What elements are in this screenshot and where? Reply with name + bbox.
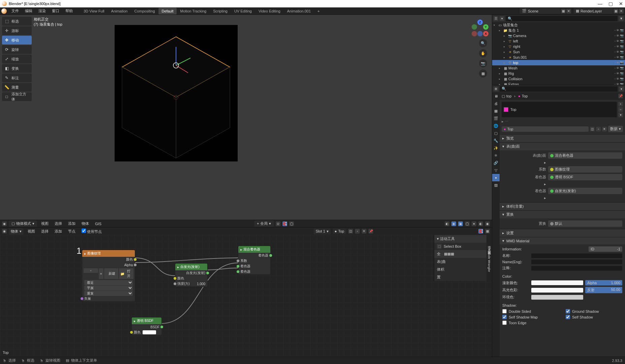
restrict-select-icon[interactable]: ▫ — [615, 29, 616, 32]
outliner-type-icon[interactable]: ☰ — [494, 16, 498, 21]
img-open-button[interactable]: 📁打开 — [119, 268, 133, 279]
tab-anim001[interactable]: Animation.001 — [284, 8, 314, 14]
mmd-nameeng-field[interactable] — [531, 260, 622, 264]
persp-button[interactable]: ▦ — [479, 69, 487, 78]
visibility-icon[interactable]: 👁 — [616, 39, 619, 43]
menu-window[interactable]: 窗口 — [49, 7, 62, 14]
slot-remove-button[interactable]: − — [618, 107, 623, 112]
visibility-icon[interactable]: 👁 — [616, 83, 619, 85]
visibility-icon[interactable]: 👁 — [616, 72, 619, 75]
tree-item-Sun.001[interactable]: ▸☀Sun.001▫👁📷 — [492, 55, 625, 60]
ext-select[interactable]: 重复 — [84, 291, 133, 296]
check-self-shadow-map[interactable]: Self Shadow Map — [502, 314, 559, 320]
shader2-field[interactable]: 自发光(发射) — [548, 188, 622, 194]
tab-3dview[interactable]: 3D View Full — [80, 8, 108, 14]
axis-nz-icon[interactable] — [477, 31, 483, 36]
tab-uv[interactable]: UV Editing — [231, 8, 255, 14]
tool-移动[interactable]: ✥移动 — [2, 36, 32, 44]
menu-help[interactable]: 帮助 — [63, 7, 76, 14]
pan-button[interactable]: ✋ — [479, 49, 487, 57]
ambient-color[interactable] — [531, 295, 583, 300]
mmd-id-field[interactable]: ID-1 — [589, 246, 622, 252]
node-sidebar-tabs[interactable]: 项 工具 视图 Node Wrangler — [486, 235, 492, 281]
axis-ny-icon[interactable] — [472, 24, 477, 30]
snap-icon[interactable]: 🧲 — [282, 221, 287, 226]
ptab-scene[interactable]: 🎬 — [492, 115, 500, 122]
node-emission[interactable]: ▸ 自发光(发射) 自发光(发射) 颜色 强度(力)1.000 — [175, 263, 208, 287]
slot-add-button[interactable]: + — [618, 102, 623, 107]
outliner-filter-icon[interactable]: ▼ — [619, 16, 624, 21]
ptab-viewlayer[interactable]: ▦ — [492, 107, 500, 115]
render-icon[interactable]: 📷 — [620, 56, 624, 59]
sidebar-tab-1[interactable]: 表(曲 — [434, 258, 492, 266]
restrict-select-icon[interactable]: ▫ — [615, 66, 616, 70]
props-type-icon[interactable]: ⚙ — [494, 87, 498, 91]
tool-缩放[interactable]: ⤢缩放 — [2, 55, 32, 63]
menu-edit[interactable]: 编辑 — [22, 7, 35, 14]
mat-unlink2-icon[interactable]: ✕ — [602, 127, 607, 131]
reflect-field[interactable]: 反射50.00 — [585, 287, 622, 293]
alpha-field[interactable]: Alpha1.000 — [585, 280, 622, 285]
img-browse-button[interactable]: ▫ — [84, 268, 98, 273]
slot-menu-button[interactable]: ▾ — [618, 113, 623, 117]
visibility-icon[interactable]: 👁 — [616, 45, 619, 48]
material-slot[interactable]: Top — [502, 102, 617, 117]
restrict-select-icon[interactable]: ▫ — [615, 50, 616, 54]
tab-motion[interactable]: Motion Tracking — [177, 8, 210, 14]
restrict-select-icon[interactable]: ▫ — [615, 83, 616, 85]
vp-menu-select[interactable]: 选择 — [53, 220, 64, 227]
close-icon[interactable]: ✕ — [619, 1, 623, 6]
material-field[interactable]: ●Top — [333, 229, 346, 234]
mmd-name-field[interactable] — [531, 253, 622, 258]
proportional-icon[interactable]: ◯ — [289, 221, 294, 226]
visibility-icon[interactable]: 👁 — [616, 56, 619, 59]
axis-x-icon[interactable]: X — [483, 31, 488, 36]
check-double-sided[interactable]: Double Sided — [502, 308, 559, 314]
ne-menu-view[interactable]: 视图 — [26, 228, 37, 235]
ptab-object[interactable]: ▢ — [492, 129, 500, 137]
ne-menu-add[interactable]: 添加 — [53, 228, 64, 235]
render-icon[interactable]: 📷 — [620, 50, 624, 54]
mode-dropdown[interactable]: ▢ 物体模式 ▾ — [9, 220, 37, 227]
tool-框选[interactable]: ⬚框选 — [2, 17, 32, 26]
tool-添加立方体[interactable]: □添加立方体 — [2, 92, 32, 101]
ptab-render[interactable]: 🖥 — [492, 92, 500, 100]
shading-solid-icon[interactable]: ● — [472, 221, 476, 226]
render-icon[interactable]: 📷 — [620, 77, 624, 81]
node-shader-type[interactable]: 物体▾ — [9, 228, 24, 235]
render-icon[interactable]: 📷 — [620, 72, 624, 75]
layer-delete-icon[interactable]: ✕ — [619, 9, 624, 13]
overlay-toggle-icon[interactable]: ◉ — [451, 221, 456, 226]
tool-测量[interactable]: 📏测量 — [2, 83, 32, 92]
axis-y-icon[interactable]: Y — [483, 24, 488, 30]
viewlayer-input[interactable] — [581, 9, 611, 13]
diffuse-color[interactable] — [531, 280, 583, 285]
vp-menu-view[interactable]: 视图 — [39, 220, 51, 227]
restrict-select-icon[interactable]: ▫ — [615, 56, 616, 59]
tool-变换[interactable]: ◧变换 — [2, 64, 32, 73]
panel-mmd[interactable]: ▾ MMD Material — [500, 237, 625, 244]
tool-旋转[interactable]: ⟳旋转 — [2, 45, 32, 54]
panel-displacement[interactable]: ▾ 置换 — [500, 211, 625, 218]
camera-button[interactable]: 📷 — [479, 59, 487, 67]
ptab-material[interactable]: ● — [492, 174, 500, 181]
scene-input[interactable] — [528, 9, 558, 13]
img-new-button[interactable]: 新建 — [104, 268, 119, 279]
specular-color[interactable] — [531, 288, 583, 293]
node-editor-type-icon[interactable]: ◉ — [2, 229, 7, 234]
ne-overlay-icon[interactable]: ▦ — [485, 229, 490, 234]
mmd-comment-field[interactable] — [531, 266, 622, 271]
vp-menu-object[interactable]: 物体 — [80, 220, 91, 227]
tab-compositing[interactable]: Compositing — [131, 8, 158, 14]
axis-z-icon[interactable]: Z — [477, 20, 483, 25]
axis-nx-icon[interactable] — [472, 31, 477, 36]
scene-field[interactable]: 🎬 — [520, 8, 560, 14]
props-options-icon[interactable]: ▾ — [619, 87, 624, 91]
xray-icon[interactable]: ▣ — [458, 221, 463, 226]
visibility-icon[interactable]: 👁 — [616, 66, 619, 70]
render-icon[interactable]: 📷 — [620, 45, 624, 48]
tree-item-Mesh[interactable]: ▸▦Mesh▫👁📷 — [492, 65, 625, 71]
active-tool-panel-header[interactable]: ▾ 活动工具 — [434, 235, 492, 243]
render-icon[interactable]: 📷 — [620, 29, 624, 32]
shading-matprev-icon[interactable]: ◐ — [478, 221, 483, 226]
